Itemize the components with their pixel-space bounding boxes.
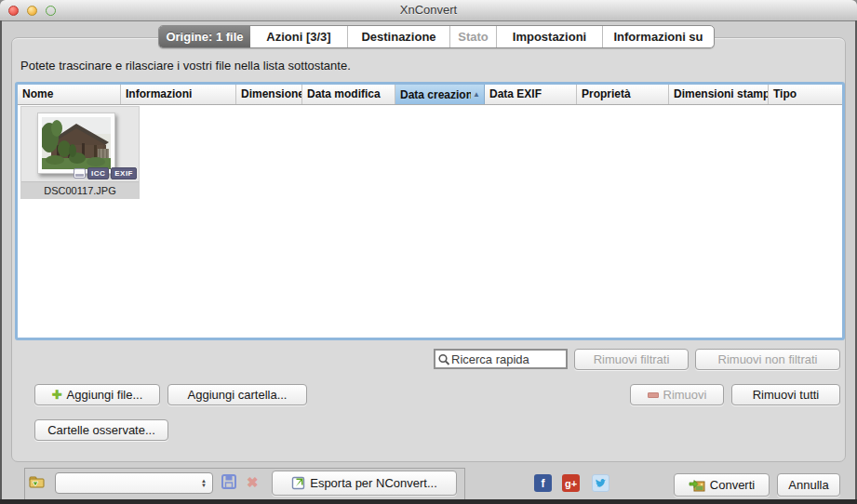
twitter-icon[interactable] xyxy=(592,474,609,492)
photo-thumbnail-image xyxy=(37,113,115,174)
button-label: Cartelle osservate... xyxy=(47,423,155,437)
rimuovi-button[interactable]: Rimuovi xyxy=(630,384,724,405)
tab-label: Destinazione xyxy=(361,30,435,44)
file-list-header: Nome Informazioni Dimensione Data modifi… xyxy=(18,85,842,105)
tab-label: Stato xyxy=(458,30,489,44)
googleplus-letter: g+ xyxy=(565,478,577,489)
column-header-data-modifica[interactable]: Data modifica xyxy=(302,85,395,104)
file-thumbnail: ICC EXIF xyxy=(21,107,139,181)
file-item[interactable]: ICC EXIF DSC00117.JPG xyxy=(20,106,140,199)
column-label: Nome xyxy=(22,87,53,100)
export-icon xyxy=(291,476,305,490)
column-label: Dimensioni stampa xyxy=(674,87,769,100)
file-badges: ICC EXIF xyxy=(74,167,137,179)
facebook-letter: f xyxy=(542,477,545,490)
aggiungi-file-button[interactable]: ✚ Aggiungi file... xyxy=(34,384,160,405)
column-header-proprieta[interactable]: Proprietà xyxy=(577,85,669,104)
icc-badge: ICC xyxy=(87,167,109,179)
file-list: Nome Informazioni Dimensione Data modifi… xyxy=(15,82,845,340)
column-header-tipo[interactable]: Tipo xyxy=(769,85,842,104)
googleplus-icon[interactable]: g+ xyxy=(562,474,580,492)
house-photo xyxy=(42,117,111,169)
minus-icon xyxy=(648,392,659,398)
thumbnail-badge-icon xyxy=(74,168,86,179)
column-header-data-creazione[interactable]: Data creazione ▲ xyxy=(395,85,485,104)
tab-informazioni-su[interactable]: Informazioni su xyxy=(602,26,714,47)
save-preset-button[interactable] xyxy=(221,474,236,493)
plus-icon: ✚ xyxy=(52,389,62,401)
window-bottom-edge xyxy=(0,499,857,504)
quick-search xyxy=(434,349,568,369)
facebook-icon[interactable]: f xyxy=(534,474,552,492)
rimuovi-filtrati-button[interactable]: Rimuovi filtrati xyxy=(574,349,689,370)
button-label: Annulla xyxy=(788,478,828,492)
tab-origine[interactable]: Origine: 1 file xyxy=(159,26,250,47)
button-label: Esporta per NConvert... xyxy=(310,476,437,490)
stepper-arrows-icon: ▲▼ xyxy=(201,479,207,488)
cartelle-osservate-button[interactable]: Cartelle osservate... xyxy=(34,419,168,441)
column-label: Dimensione xyxy=(241,87,302,100)
button-label: Aggiungi file... xyxy=(67,388,143,402)
tab-label: Origine: 1 file xyxy=(166,30,243,44)
rimuovi-tutti-button[interactable]: Rimuovi tutti xyxy=(731,384,840,405)
search-icon xyxy=(437,353,450,365)
column-header-dimensioni-stampa[interactable]: Dimensioni stampa xyxy=(669,85,769,104)
column-header-dimensione[interactable]: Dimensione xyxy=(236,85,302,104)
column-label: Proprietà xyxy=(582,87,631,100)
column-label: Data EXIF xyxy=(489,87,542,100)
sort-ascending-icon: ▲ xyxy=(473,90,480,99)
delete-preset-button[interactable]: ✖ xyxy=(247,475,259,489)
convert-images-icon xyxy=(689,479,705,492)
file-list-body: ICC EXIF DSC00117.JPG xyxy=(18,105,842,338)
esporta-nconvert-button[interactable]: Esporta per NConvert... xyxy=(272,471,457,496)
tab-label: Informazioni su xyxy=(613,30,703,44)
window-left-edge xyxy=(0,20,2,504)
tab-label: Impostazioni xyxy=(513,30,586,44)
tab-impostazioni[interactable]: Impostazioni xyxy=(496,26,602,47)
aggiungi-cartella-button[interactable]: Aggiungi cartella... xyxy=(167,384,307,405)
button-label: Rimuovi tutti xyxy=(753,388,820,402)
tab-bar: Origine: 1 file Azioni [3/3] Destinazion… xyxy=(158,25,715,48)
column-label: Data creazione xyxy=(400,88,471,101)
column-label: Tipo xyxy=(773,87,797,100)
tab-destinazione[interactable]: Destinazione xyxy=(347,26,449,47)
folder-icon xyxy=(29,475,45,489)
column-label: Data modifica xyxy=(307,87,381,100)
title-bar: XnConvert xyxy=(0,0,857,21)
exif-badge: EXIF xyxy=(111,167,137,179)
file-name-label: DSC00117.JPG xyxy=(21,181,139,199)
search-input[interactable] xyxy=(451,352,566,366)
tab-stato: Stato xyxy=(449,26,496,47)
open-folder-button[interactable] xyxy=(29,475,45,493)
column-header-data-exif[interactable]: Data EXIF xyxy=(485,85,577,104)
xnconvert-window: XnConvert Origine: 1 file Azioni [3/3] D… xyxy=(0,0,857,504)
button-label: Converti xyxy=(710,478,755,492)
preset-select[interactable]: ▲▼ xyxy=(55,472,213,494)
tab-azioni[interactable]: Azioni [3/3] xyxy=(250,26,347,47)
drag-drop-instruction: Potete trascinare e rilasciare i vostri … xyxy=(20,59,351,73)
column-label: Informazioni xyxy=(126,87,192,100)
button-label: Rimuovi filtrati xyxy=(594,352,670,366)
tab-label: Azioni [3/3] xyxy=(266,30,330,44)
annulla-button[interactable]: Annulla xyxy=(777,473,840,497)
button-label: Rimuovi non filtrati xyxy=(718,352,818,366)
converti-button[interactable]: Converti xyxy=(674,473,770,497)
window-title: XnConvert xyxy=(0,3,857,17)
save-icon xyxy=(221,474,236,489)
rimuovi-non-filtrati-button[interactable]: Rimuovi non filtrati xyxy=(695,349,840,370)
column-header-informazioni[interactable]: Informazioni xyxy=(121,85,236,104)
button-label: Aggiungi cartella... xyxy=(188,388,288,402)
twitter-bird-icon xyxy=(595,478,607,488)
button-label: Rimuovi xyxy=(663,388,707,402)
column-header-nome[interactable]: Nome xyxy=(18,85,121,104)
